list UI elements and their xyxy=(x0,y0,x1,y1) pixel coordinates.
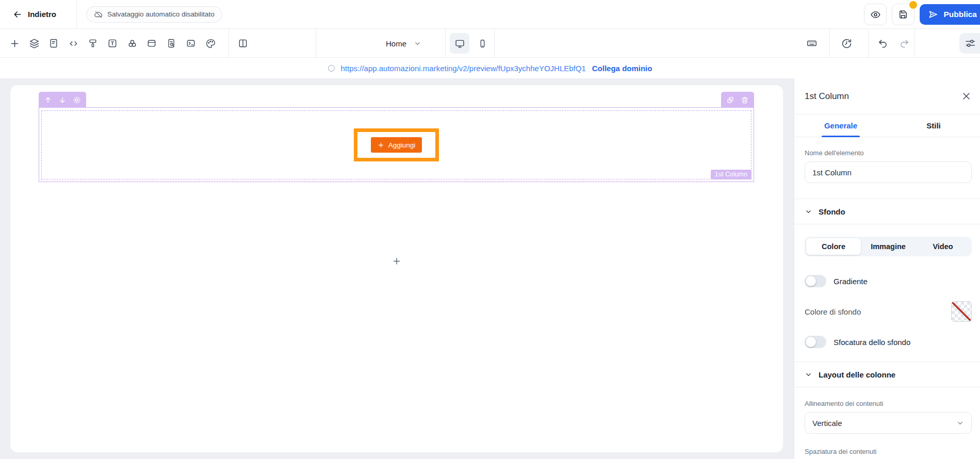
cloud-off-icon xyxy=(94,10,103,19)
shapes-button[interactable] xyxy=(122,33,142,54)
card-button[interactable] xyxy=(142,33,161,54)
blur-toggle[interactable] xyxy=(805,336,826,348)
save-icon xyxy=(898,9,908,20)
code-icon xyxy=(68,38,79,49)
send-icon xyxy=(928,9,938,20)
bg-tab-immagine[interactable]: Immagine xyxy=(861,238,916,255)
theme-button[interactable] xyxy=(201,33,220,54)
plus-icon xyxy=(392,256,402,266)
alignment-select[interactable]: Verticale xyxy=(805,412,972,434)
redo-icon xyxy=(899,38,910,49)
divider xyxy=(445,29,446,58)
aggiungi-button[interactable]: Aggiungi xyxy=(371,137,422,153)
palette-icon xyxy=(205,38,216,49)
gradient-row: Gradiente xyxy=(805,275,972,287)
alignment-label: Allineamento dei contenuti xyxy=(805,400,972,407)
background-color-row: Colore di sfondo xyxy=(805,301,972,322)
move-up-button[interactable] xyxy=(42,94,54,106)
page-selector-value: Home xyxy=(386,39,406,48)
page-settings-button[interactable] xyxy=(959,33,980,54)
publish-label: Pubblica xyxy=(943,10,977,19)
trash-icon xyxy=(741,96,749,104)
first-column-dropzone[interactable]: Aggiungi 1st Column xyxy=(41,110,752,179)
section-toolbar-left xyxy=(39,92,86,108)
divider xyxy=(494,29,495,58)
seo-button[interactable] xyxy=(161,33,181,54)
column-name-tag: 1st Column xyxy=(711,170,752,179)
gradient-toggle[interactable] xyxy=(805,275,826,287)
add-element-button[interactable] xyxy=(5,33,24,54)
columns-button[interactable] xyxy=(233,33,253,54)
paint-button[interactable] xyxy=(83,33,103,54)
gradient-label: Gradiente xyxy=(834,277,868,286)
add-section-button[interactable] xyxy=(392,256,402,266)
blend-circles-icon xyxy=(127,38,138,49)
section-settings-button[interactable] xyxy=(71,94,83,106)
history-button[interactable] xyxy=(837,33,856,54)
aggiungi-label: Aggiungi xyxy=(388,141,416,149)
editor-main: Aggiungi 1st Column 1st Column Generale … xyxy=(0,78,980,459)
background-section-label: Sfondo xyxy=(819,207,845,216)
divider xyxy=(228,29,229,58)
autosave-label: Salvataggio automatico disabilitato xyxy=(107,10,215,18)
background-section-header[interactable]: Sfondo xyxy=(805,199,972,224)
browser-card-icon xyxy=(146,38,157,48)
chevron-down-icon xyxy=(414,40,421,47)
publish-button[interactable]: Pubblica xyxy=(920,4,980,25)
page-search-icon xyxy=(166,38,176,48)
settings-sliders-icon xyxy=(965,38,976,49)
layers-icon xyxy=(29,38,40,49)
arrow-down-icon xyxy=(58,96,67,104)
preview-url-bar: https://app.automazioni.marketing/v2/pre… xyxy=(0,58,980,78)
code-button[interactable] xyxy=(63,33,83,54)
columns-layout-section-header[interactable]: Layout delle colonne xyxy=(805,362,972,387)
canvas-page[interactable]: Aggiungi 1st Column xyxy=(10,85,783,452)
bg-tab-video[interactable]: Video xyxy=(916,238,970,255)
add-element-frame[interactable]: Aggiungi xyxy=(354,128,439,161)
close-panel-button[interactable] xyxy=(957,88,975,105)
smartphone-icon xyxy=(478,39,487,48)
mobile-view-button[interactable] xyxy=(472,33,492,54)
tab-generale[interactable]: Generale xyxy=(794,114,887,137)
move-down-button[interactable] xyxy=(56,94,69,106)
layers-button[interactable] xyxy=(24,33,44,54)
forms-button[interactable] xyxy=(44,33,63,54)
gear-icon xyxy=(73,96,81,104)
form-document-icon xyxy=(48,38,59,48)
arrow-left-icon xyxy=(12,9,23,20)
paint-roller-icon xyxy=(88,38,98,48)
text-button[interactable] xyxy=(103,33,122,54)
spacing-label: Spaziatura dei contenuti xyxy=(805,448,972,455)
connect-domain-link[interactable]: Collega dominio xyxy=(592,64,652,73)
undo-button[interactable] xyxy=(873,33,892,54)
element-name-label: Nome dell'elemento xyxy=(805,149,972,157)
chevron-down-icon xyxy=(805,371,812,379)
close-icon xyxy=(961,91,971,101)
background-color-swatch[interactable] xyxy=(951,301,972,322)
bg-tab-colore[interactable]: Colore xyxy=(806,238,861,255)
text-icon xyxy=(107,38,118,48)
split-columns-icon xyxy=(238,38,248,48)
shortcuts-button[interactable] xyxy=(802,33,822,54)
element-name-input[interactable] xyxy=(805,161,972,183)
scripts-button[interactable] xyxy=(181,33,201,54)
desktop-view-button[interactable] xyxy=(450,33,469,54)
columns-layout-section-label: Layout delle colonne xyxy=(819,370,895,379)
delete-button[interactable] xyxy=(739,94,751,106)
chevron-down-icon xyxy=(956,419,964,427)
duplicate-button[interactable] xyxy=(724,94,737,106)
back-button[interactable]: Indietro xyxy=(12,9,56,20)
blur-label: Sfocatura dello sfondo xyxy=(834,338,910,347)
divider xyxy=(829,29,830,58)
page-selector[interactable]: Home xyxy=(381,35,427,52)
preview-button[interactable] xyxy=(864,4,887,25)
section-toolbar-right xyxy=(721,92,754,108)
keyboard-icon xyxy=(806,38,818,49)
tab-stili[interactable]: Stili xyxy=(887,114,980,137)
redo-button[interactable] xyxy=(894,33,914,54)
selected-section-outline[interactable]: Aggiungi 1st Column xyxy=(39,107,754,182)
divider xyxy=(794,224,980,224)
save-button[interactable] xyxy=(892,4,914,25)
preview-url-link[interactable]: https://app.automazioni.marketing/v2/pre… xyxy=(341,64,586,73)
divider xyxy=(794,387,980,387)
